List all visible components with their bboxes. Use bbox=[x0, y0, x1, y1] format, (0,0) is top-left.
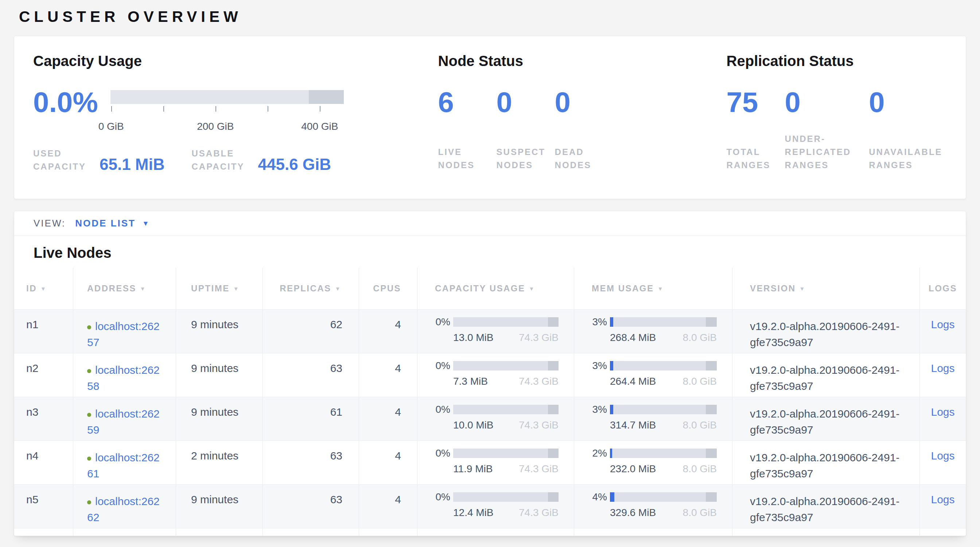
axis-tick-label: 400 GiB bbox=[301, 121, 338, 132]
node-logs-link[interactable]: Logs bbox=[931, 318, 955, 331]
mem-bar-fill bbox=[610, 405, 613, 414]
view-dropdown[interactable]: NODE LIST ▼ bbox=[75, 218, 149, 229]
node-uptime-cell: 9 minutes bbox=[176, 310, 262, 353]
node-address-link[interactable]: localhost:26262 bbox=[87, 495, 160, 523]
node-capacity-usage-cell: 0% 11.9 MiB 74.3 GiB bbox=[417, 441, 574, 484]
capacity-total-value: 74.3 GiB bbox=[519, 375, 558, 387]
capacity-used-value: 10.0 MiB bbox=[453, 419, 494, 431]
capacity-bar-reserved-segment bbox=[548, 317, 558, 327]
node-mem-usage-cell: 3% 314.7 MiB 8.0 GiB bbox=[574, 397, 732, 440]
mem-bar-fill bbox=[610, 492, 614, 502]
node-id-cell: n4 bbox=[14, 441, 73, 484]
column-header-version[interactable]: VERSION▼ bbox=[732, 268, 920, 309]
axis-tick-label: 200 GiB bbox=[197, 121, 234, 132]
node-id-cell: n5 bbox=[14, 485, 73, 528]
memory-percent: 4% bbox=[590, 491, 607, 503]
column-header-memory[interactable]: MEM USAGE▼ bbox=[574, 268, 732, 309]
node-address-link[interactable]: localhost:26257 bbox=[87, 320, 160, 348]
node-replicas-cell: 63 bbox=[262, 353, 359, 397]
column-header-capacity[interactable]: CAPACITY USAGE▼ bbox=[417, 268, 574, 309]
memory-total-value: 8.0 GiB bbox=[683, 419, 717, 431]
column-header-logs: LOGS bbox=[920, 268, 966, 309]
capacity-usage-bar bbox=[453, 405, 558, 414]
column-header-label: CAPACITY USAGE bbox=[435, 283, 525, 294]
node-logs-link[interactable]: Logs bbox=[931, 450, 955, 462]
node-cpus-cell: 4 bbox=[359, 397, 417, 440]
usable-capacity-label: USABLE CAPACITY bbox=[192, 147, 253, 173]
node-status-title: Node Status bbox=[438, 52, 727, 70]
node-capacity-usage-cell: 0% 12.4 MiB 74.3 GiB bbox=[417, 485, 574, 528]
capacity-used-percent: 0.0% bbox=[33, 88, 98, 116]
view-dropdown-value: NODE LIST bbox=[75, 218, 135, 229]
node-version-cell: v19.2.0-alpha.20190606-2491-gfe735c9a97 bbox=[732, 353, 920, 397]
node-live-status-icon bbox=[87, 413, 91, 417]
capacity-total-value: 74.3 GiB bbox=[519, 507, 558, 518]
node-table-body: n1 localhost:26257 9 minutes 62 4 0% 13.… bbox=[14, 309, 966, 528]
axis-tick-mark bbox=[320, 106, 320, 111]
capacity-used-value: 12.4 MiB bbox=[453, 507, 494, 518]
node-uptime-cell: 9 minutes bbox=[176, 353, 262, 397]
node-logs-link[interactable]: Logs bbox=[931, 493, 955, 506]
node-address-link[interactable]: localhost:26261 bbox=[87, 452, 160, 480]
node-logs-link[interactable]: Logs bbox=[931, 362, 955, 374]
node-address-cell: localhost:26261 bbox=[73, 441, 176, 484]
total-ranges-metric: 75 TOTAL RANGES bbox=[727, 88, 785, 172]
sort-arrow-icon: ▼ bbox=[658, 286, 664, 292]
node-logs-cell: Logs bbox=[920, 397, 966, 440]
node-id-cell: n3 bbox=[14, 397, 73, 440]
mem-bar-reserved-segment bbox=[706, 361, 717, 370]
mem-bar-reserved-segment bbox=[706, 405, 717, 414]
node-live-status-icon bbox=[87, 456, 91, 461]
column-header-address[interactable]: ADDRESS▼ bbox=[73, 268, 176, 309]
capacity-usage-title: Capacity Usage bbox=[33, 52, 438, 70]
table-row: n4 localhost:26261 2 minutes 63 4 0% 11.… bbox=[14, 440, 966, 484]
capacity-percent: 0% bbox=[433, 447, 450, 459]
node-version-cell: v19.2.0-alpha.20190606-2491-gfe735c9a97 bbox=[732, 485, 920, 528]
dead-nodes-label: DEAD NODES bbox=[555, 146, 609, 172]
node-address-link[interactable]: localhost:26258 bbox=[87, 364, 160, 392]
column-header-uptime[interactable]: UPTIME▼ bbox=[176, 268, 262, 309]
memory-total-value: 8.0 GiB bbox=[683, 332, 717, 343]
capacity-bar bbox=[110, 90, 344, 104]
node-address-cell: localhost:26258 bbox=[73, 353, 176, 397]
node-cpus-cell: 4 bbox=[359, 485, 417, 528]
capacity-total-value: 74.3 GiB bbox=[519, 419, 558, 431]
node-live-status-icon bbox=[87, 500, 91, 504]
node-version-cell: v19.2.0-alpha.20190606-2491-gfe735c9a97 bbox=[732, 397, 920, 440]
node-cpus-cell: 4 bbox=[359, 353, 417, 397]
mem-usage-bar bbox=[610, 361, 717, 370]
capacity-usage-bar bbox=[453, 361, 558, 370]
node-logs-cell: Logs bbox=[920, 310, 966, 353]
node-uptime-cell: 2 minutes bbox=[176, 441, 262, 484]
capacity-usage-bar bbox=[453, 317, 558, 327]
live-nodes-title: Live Nodes bbox=[14, 236, 966, 268]
capacity-percent: 0% bbox=[433, 404, 450, 415]
used-capacity-metric: USED CAPACITY 65.1 MiB bbox=[33, 147, 165, 173]
column-header-id[interactable]: ID▼ bbox=[14, 268, 73, 309]
node-id-cell: n1 bbox=[14, 310, 73, 353]
capacity-used-value: 7.3 MiB bbox=[453, 375, 488, 387]
mem-bar-fill bbox=[610, 361, 613, 370]
capacity-bar-reserved-segment bbox=[548, 361, 558, 370]
table-row: n5 localhost:26262 9 minutes 63 4 0% 12.… bbox=[14, 484, 966, 528]
node-address-cell: localhost:26257 bbox=[73, 310, 176, 353]
memory-used-value: 314.7 MiB bbox=[610, 419, 656, 431]
table-row: n1 localhost:26257 9 minutes 62 4 0% 13.… bbox=[14, 309, 966, 353]
node-logs-cell: Logs bbox=[920, 353, 966, 397]
mem-bar-reserved-segment bbox=[706, 448, 717, 458]
mem-usage-bar bbox=[610, 405, 717, 414]
capacity-total-value: 74.3 GiB bbox=[519, 463, 558, 475]
mem-bar-reserved-segment bbox=[706, 317, 717, 327]
column-header-label: UPTIME bbox=[191, 283, 230, 294]
capacity-percent: 0% bbox=[433, 316, 450, 328]
node-address-cell: localhost:26259 bbox=[73, 397, 176, 440]
node-logs-link[interactable]: Logs bbox=[931, 406, 955, 418]
column-header-replicas[interactable]: REPLICAS▼ bbox=[262, 268, 359, 309]
node-cpus-cell: 4 bbox=[359, 441, 417, 484]
capacity-axis-ticks bbox=[110, 104, 344, 111]
node-id-cell: n2 bbox=[14, 353, 73, 397]
unavailable-ranges-count: 0 bbox=[869, 88, 951, 116]
capacity-bar-reserved-segment bbox=[548, 448, 558, 458]
mem-bar-fill bbox=[610, 317, 613, 327]
node-address-link[interactable]: localhost:26259 bbox=[87, 408, 160, 436]
